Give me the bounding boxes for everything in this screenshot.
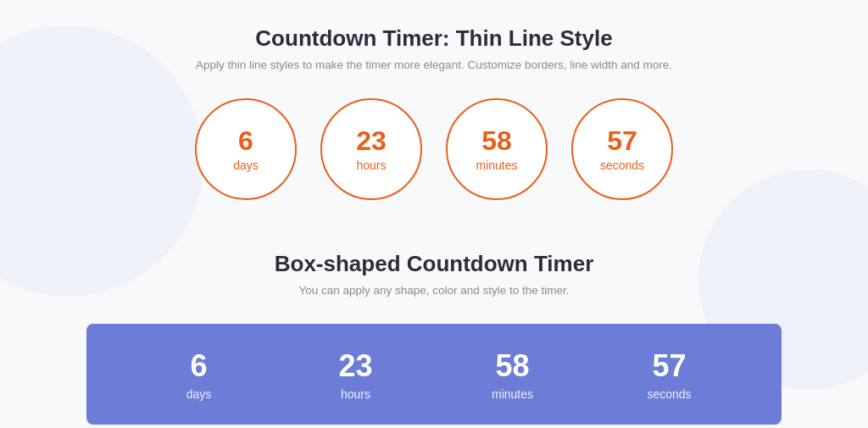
circle-minutes: 58 minutes [446, 98, 548, 200]
minutes-label: minutes [476, 158, 517, 172]
box-minutes-label: minutes [492, 387, 533, 401]
box-seconds-number: 57 [652, 347, 686, 384]
circle-hours: 23 hours [320, 98, 422, 200]
circle-days: 6 days [195, 98, 297, 200]
box-minutes: 58 minutes [434, 347, 591, 401]
box-minutes-number: 58 [495, 347, 529, 384]
box-subtitle: You can apply any shape, color and style… [86, 284, 782, 297]
hours-label: hours [356, 158, 386, 172]
box-hours-label: hours [341, 387, 370, 401]
days-number: 6 [238, 126, 253, 156]
thin-line-timer: 6 days 23 hours 58 minutes 57 seconds [86, 98, 782, 200]
box-seconds-label: seconds [647, 387, 691, 401]
box-title: Box-shaped Countdown Timer [86, 251, 782, 277]
thin-line-title: Countdown Timer: Thin Line Style [86, 25, 782, 52]
seconds-number: 57 [607, 126, 637, 156]
box-hours: 23 hours [277, 347, 434, 401]
box-days-number: 6 [190, 347, 207, 384]
box-seconds: 57 seconds [591, 347, 748, 401]
hours-number: 23 [356, 126, 387, 156]
seconds-label: seconds [600, 158, 644, 172]
thin-line-subtitle: Apply thin line styles to make the timer… [86, 58, 782, 71]
box-section: Box-shaped Countdown Timer You can apply… [86, 251, 782, 425]
minutes-number: 58 [481, 126, 512, 156]
thin-line-section: Countdown Timer: Thin Line Style Apply t… [86, 25, 782, 242]
box-days-label: days [186, 387, 212, 401]
box-timer: 6 days 23 hours 58 minutes 57 seconds [86, 324, 782, 425]
circle-seconds: 57 seconds [571, 98, 673, 200]
box-days: 6 days [120, 347, 277, 401]
box-hours-number: 23 [338, 347, 372, 384]
days-label: days [233, 158, 259, 172]
